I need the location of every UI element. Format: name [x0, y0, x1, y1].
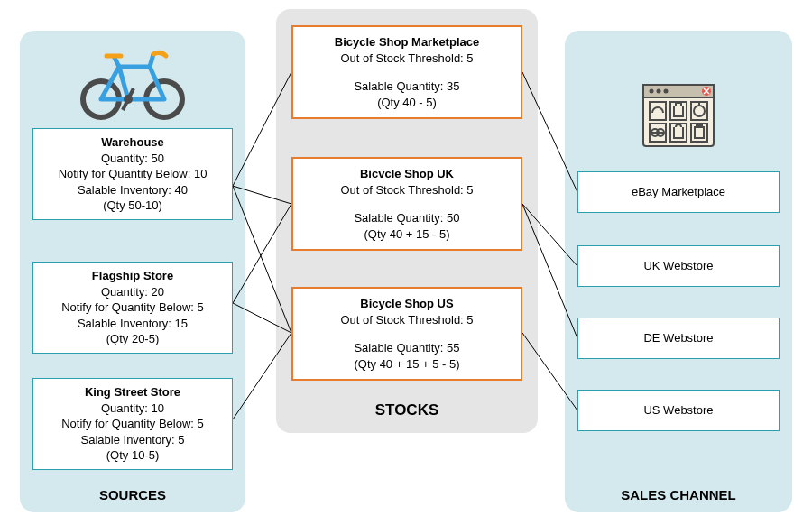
sales-label: US Webstore: [643, 402, 713, 419]
source-salable: Salable Inventory: 40: [37, 182, 228, 198]
sales-label: eBay Marketplace: [632, 184, 725, 200]
stock-box-uk: Bicvcle Shop UK Out of Stock Threshold: …: [291, 157, 522, 251]
source-title: King Street Store: [37, 384, 228, 401]
source-calc: (Qty 10-5): [37, 447, 228, 464]
source-notify: Notify for Quantity Below: 5: [37, 416, 228, 432]
stock-threshold: Out of Stock Threshold: 5: [297, 312, 517, 328]
source-notify: Notify for Quantity Below: 5: [37, 299, 228, 316]
bicycle-icon: [79, 47, 186, 121]
source-notify: Notify for Quantity Below: 10: [37, 166, 228, 182]
source-qty: Quantity: 20: [37, 284, 228, 300]
svg-point-21: [650, 89, 654, 94]
stock-threshold: Out of Stock Threshold: 5: [297, 182, 517, 198]
sales-box-uk: UK Webstore: [577, 245, 780, 287]
svg-point-23: [664, 89, 669, 94]
source-salable: Salable Inventory: 5: [37, 432, 228, 448]
stock-salable: Salable Quantity: 55: [297, 340, 517, 356]
stock-salable: Salable Quantity: 50: [297, 210, 517, 226]
source-box-kingstreet: King Street Store Quantity: 10 Notify fo…: [32, 378, 233, 470]
stock-salable: Salable Quantity: 35: [297, 78, 517, 95]
source-title: Warehouse: [37, 134, 228, 151]
svg-point-22: [657, 89, 661, 94]
sales-label-heading: SALES CHANNEL: [565, 487, 792, 502]
stock-threshold: Out of Stock Threshold: 5: [297, 51, 517, 67]
sales-box-ebay: eBay Marketplace: [577, 171, 780, 213]
source-qty: Quantity: 10: [37, 401, 228, 417]
sales-box-de: DE Webstore: [577, 318, 780, 359]
sales-label: DE Webstore: [643, 330, 713, 346]
source-calc: (Qty 50-10): [37, 198, 228, 214]
source-box-warehouse: Warehouse Quantity: 50 Notify for Quanti…: [32, 128, 233, 220]
source-box-flagship: Flagship Store Quantity: 20 Notify for Q…: [32, 262, 233, 354]
stock-box-us: Bicycle Shop US Out of Stock Threshold: …: [291, 287, 522, 381]
sources-label: SOURCES: [20, 487, 245, 502]
sales-box-us: US Webstore: [577, 390, 780, 431]
source-qty: Quantity: 50: [37, 151, 228, 167]
source-calc: (Qty 20-5): [37, 331, 228, 347]
source-salable: Salable Inventory: 15: [37, 316, 228, 332]
stock-title: Bicvcle Shop UK: [297, 166, 517, 182]
stocks-label: STOCKS: [276, 401, 538, 419]
stock-calc: (Qty 40 + 15 - 5): [297, 226, 517, 243]
source-title: Flagship Store: [37, 268, 228, 284]
stock-box-marketplace: Bicycle Shop Marketplace Out of Stock Th…: [291, 25, 522, 119]
stock-title: Bicycle Shop US: [297, 296, 517, 312]
stock-calc: (Qty 40 - 5): [297, 95, 517, 111]
stock-title: Bicycle Shop Marketplace: [297, 34, 517, 51]
sales-label: UK Webstore: [643, 258, 713, 274]
webstore-icon: [642, 84, 715, 147]
diagram-stage: Warehouse Quantity: 50 Notify for Quanti…: [0, 0, 812, 525]
stock-calc: (Qty 40 + 15 + 5 - 5): [297, 356, 517, 373]
